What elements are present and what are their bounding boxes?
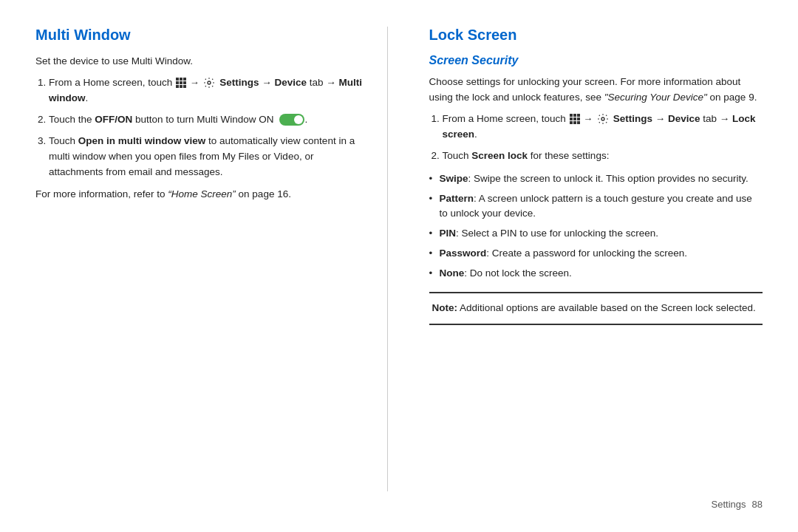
bullet-password: Password: Create a password for unlockin… [429,246,763,262]
pattern-label: Pattern [440,193,474,204]
settings-label-1: Settings → [219,77,272,88]
toggle-track [279,114,304,126]
refer-text: For more information, refer to “Home Scr… [35,187,369,202]
settings-gear-icon-2 [596,112,610,126]
bullet-none: None: Do not lock the screen. [429,266,763,282]
right-intro: Choose settings for unlocking your scree… [429,75,763,106]
securing-device-ref: "Securing Your Device" [604,92,707,103]
note-content: Additional options are available based o… [457,302,756,313]
right-steps: From a Home screen, touch → Settings → [443,112,763,164]
bullet-list: Swipe: Swipe the screen to unlock it. Th… [429,171,763,282]
password-label: Password [440,248,487,259]
footer-page: Settings 88 [712,499,763,510]
right-title: Lock Screen [429,27,763,44]
note-box: Note: Additional options are available b… [429,292,763,325]
swipe-label: Swipe [440,173,468,184]
none-label: None [440,267,465,279]
svg-point-1 [601,117,604,120]
left-intro: Set the device to use Multi Window. [35,54,369,69]
left-title: Multi Window [35,27,369,44]
device-tab-label: Device [275,77,307,88]
screen-lock-label: Screen lock [471,150,528,161]
tab-arrow-1: tab → [310,77,339,88]
open-multi-label: Open in multi window view [78,135,206,146]
columns: Multi Window Set the device to use Multi… [35,27,763,491]
footer-page-number: 88 [752,499,763,510]
toggle-thumb [294,115,303,124]
note-bold-label: Note: [432,302,458,313]
bullet-pattern: Pattern: A screen unlock pattern is a to… [429,191,763,222]
left-steps: From a Home screen, touch → Settings → [49,75,369,180]
svg-point-0 [208,81,211,84]
refer-italic: “Home Screen” [168,188,236,200]
page: Multi Window Set the device to use Multi… [0,0,798,532]
tab-arrow-2: tab → [703,113,732,124]
pin-label: PIN [440,228,457,239]
footer-label: Settings [712,499,746,510]
offon-label: OFF/ON [95,114,132,125]
left-step-1: From a Home screen, touch → Settings → [49,75,369,106]
bullet-swipe: Swipe: Swipe the screen to unlock it. Th… [429,171,763,187]
apps-icon-2 [570,114,580,124]
refer-suffix: on page 16. [236,188,291,200]
left-step-2: Touch the OFF/ON button to turn Multi Wi… [49,112,369,128]
toggle-switch [279,114,304,126]
note-text: Note: Additional options are available b… [432,301,760,316]
settings-label-2: Settings → [613,113,666,124]
right-column: Lock Screen Screen Security Choose setti… [423,27,763,491]
arrow-icon-2: → [583,113,596,124]
bullet-pin: PIN: Select a PIN to use for unlocking t… [429,226,763,242]
arrow-icon-1: → [190,77,202,88]
right-step-1: From a Home screen, touch → Settings → [443,112,763,143]
left-step-3: Touch Open in multi window view to autom… [49,134,369,180]
left-column: Multi Window Set the device to use Multi… [35,27,388,491]
right-step-2: Touch Screen lock for these settings: [443,149,763,164]
settings-gear-icon-1 [202,76,216,89]
device-tab-label-2: Device [668,113,700,124]
right-subtitle: Screen Security [429,54,763,67]
footer: Settings 88 [35,491,763,510]
apps-icon [176,78,186,88]
refer-prefix: For more information, refer to [35,188,168,200]
